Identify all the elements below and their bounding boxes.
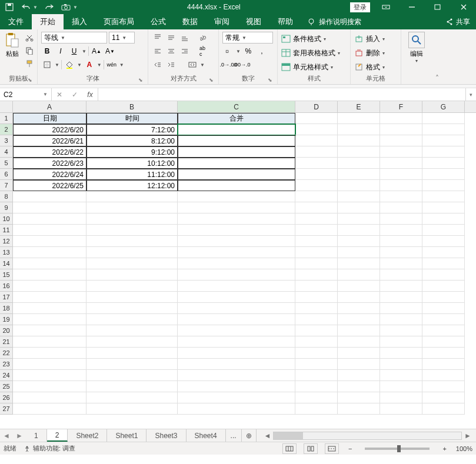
row-header[interactable]: 18 xyxy=(0,303,13,314)
cell[interactable] xyxy=(178,403,295,415)
cell[interactable] xyxy=(338,403,380,415)
cell[interactable] xyxy=(178,381,295,392)
chevron-down-icon[interactable]: ▼ xyxy=(55,62,59,68)
cell[interactable] xyxy=(422,236,465,247)
cell[interactable] xyxy=(178,258,295,269)
cell[interactable] xyxy=(178,247,295,258)
cell[interactable] xyxy=(338,269,380,281)
cell[interactable] xyxy=(422,359,465,370)
phonetic-icon[interactable]: wén xyxy=(106,59,118,71)
cell[interactable] xyxy=(380,381,422,392)
cell[interactable] xyxy=(295,247,338,258)
cell[interactable] xyxy=(422,292,465,303)
cell[interactable] xyxy=(380,325,422,336)
col-header-D[interactable]: D xyxy=(295,101,338,112)
cell[interactable] xyxy=(13,281,86,292)
row-header[interactable]: 11 xyxy=(0,225,13,236)
cell[interactable] xyxy=(86,269,178,281)
cell[interactable]: 2022/6/22 xyxy=(13,146,86,158)
tab-help[interactable]: 帮助 xyxy=(269,14,301,29)
scroll-thumb[interactable] xyxy=(274,432,303,439)
cell[interactable] xyxy=(13,381,86,392)
cell[interactable] xyxy=(295,392,338,403)
copy-icon[interactable] xyxy=(24,45,35,56)
cell[interactable] xyxy=(178,169,295,180)
chevron-down-icon[interactable]: ▼ xyxy=(97,62,102,68)
cell[interactable] xyxy=(13,303,86,314)
cell[interactable] xyxy=(86,202,178,213)
cell[interactable] xyxy=(86,191,178,202)
row-header[interactable]: 13 xyxy=(0,247,13,258)
cell[interactable] xyxy=(13,370,86,381)
cell[interactable] xyxy=(422,370,465,381)
increase-decimal-icon[interactable]: .0→.00 xyxy=(222,59,234,71)
cell[interactable] xyxy=(380,392,422,403)
zoom-in-icon[interactable]: + xyxy=(440,445,448,452)
cell[interactable] xyxy=(86,325,178,336)
row-header[interactable]: 25 xyxy=(0,381,13,392)
orientation-icon[interactable]: ab xyxy=(197,32,208,44)
cell[interactable] xyxy=(338,124,380,135)
cell[interactable] xyxy=(86,292,178,303)
cell[interactable] xyxy=(178,370,295,381)
cell[interactable] xyxy=(178,202,295,213)
cell[interactable] xyxy=(13,247,86,258)
cell-styles-button[interactable]: 单元格样式▾ xyxy=(281,61,340,73)
wrap-text-icon[interactable]: abc xyxy=(197,45,208,57)
page-layout-view-icon[interactable] xyxy=(304,443,318,454)
italic-button[interactable]: I xyxy=(55,45,66,57)
cell[interactable] xyxy=(380,370,422,381)
cell[interactable] xyxy=(338,158,380,169)
increase-indent-icon[interactable] xyxy=(165,59,177,71)
cell[interactable] xyxy=(13,292,86,303)
row-header[interactable]: 8 xyxy=(0,191,13,202)
cell[interactable]: 8:12:00 xyxy=(86,135,178,146)
cell[interactable] xyxy=(422,247,465,258)
cell[interactable] xyxy=(380,247,422,258)
cell[interactable] xyxy=(422,169,465,180)
cell[interactable] xyxy=(295,303,338,314)
page-break-view-icon[interactable] xyxy=(325,443,339,454)
cell[interactable]: 10:12:00 xyxy=(86,158,178,169)
cell[interactable] xyxy=(422,225,465,236)
cell[interactable] xyxy=(178,359,295,370)
cell[interactable] xyxy=(295,314,338,325)
tab-view[interactable]: 视图 xyxy=(238,14,269,29)
cell[interactable] xyxy=(380,314,422,325)
row-header[interactable]: 24 xyxy=(0,370,13,381)
cell[interactable] xyxy=(295,281,338,292)
cell[interactable]: 9:12:00 xyxy=(86,146,178,158)
shrink-font-icon[interactable]: A▼ xyxy=(104,45,116,57)
cell[interactable]: 日期 xyxy=(13,113,86,124)
cell[interactable] xyxy=(295,124,338,135)
cell[interactable] xyxy=(422,403,465,415)
cell[interactable] xyxy=(13,236,86,247)
share-button[interactable]: 共享 xyxy=(440,14,476,29)
cell[interactable] xyxy=(380,169,422,180)
sheet-tab[interactable]: Sheet1 xyxy=(107,429,147,442)
cell[interactable] xyxy=(86,392,178,403)
sheet-nav-next-icon[interactable]: ► xyxy=(13,429,26,442)
cell[interactable] xyxy=(422,348,465,359)
cell[interactable] xyxy=(178,336,295,348)
tab-review[interactable]: 审阅 xyxy=(206,14,238,29)
cell[interactable] xyxy=(86,213,178,225)
cell[interactable] xyxy=(178,158,295,169)
cell[interactable] xyxy=(338,381,380,392)
cell[interactable] xyxy=(422,314,465,325)
cell[interactable] xyxy=(178,180,295,191)
cell[interactable] xyxy=(422,191,465,202)
cell[interactable] xyxy=(422,135,465,146)
cell[interactable] xyxy=(178,269,295,281)
cell[interactable]: 合并 xyxy=(178,113,295,124)
cell[interactable] xyxy=(338,146,380,158)
cell[interactable] xyxy=(295,292,338,303)
cell[interactable] xyxy=(338,236,380,247)
sheet-nav-prev-icon[interactable]: ◄ xyxy=(0,429,13,442)
cell[interactable] xyxy=(380,348,422,359)
cell[interactable] xyxy=(86,303,178,314)
col-header-B[interactable]: B xyxy=(86,101,178,112)
cell[interactable] xyxy=(380,191,422,202)
cell[interactable] xyxy=(86,236,178,247)
cell[interactable] xyxy=(380,336,422,348)
